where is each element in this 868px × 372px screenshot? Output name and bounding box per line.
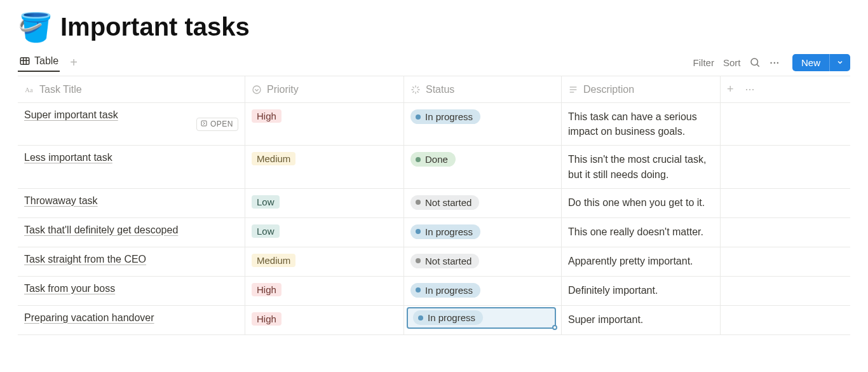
priority-tag: High [252, 109, 281, 123]
svg-line-15 [413, 86, 414, 87]
cell-description[interactable]: This one really doesn't matter. [562, 218, 721, 247]
cell-status[interactable]: Done [404, 146, 562, 188]
new-button[interactable]: New [792, 54, 829, 71]
cell-description[interactable]: Do this one when you get to it. [562, 189, 721, 217]
new-button-dropdown[interactable] [829, 54, 850, 71]
svg-line-11 [417, 91, 418, 92]
cell-description[interactable]: This isn't the most crucial task, but it… [562, 146, 721, 188]
cell-priority[interactable]: High [245, 277, 404, 305]
new-button-group: New [792, 54, 850, 71]
page-header: 🪣 Important tasks [18, 13, 850, 41]
col-header-extra: + ··· [721, 76, 850, 102]
svg-point-7 [253, 86, 261, 93]
cell-priority[interactable]: Medium [245, 146, 404, 188]
table-header-row: Aa Task Title Priority Status [18, 76, 850, 103]
col-header-priority[interactable]: Priority [245, 76, 404, 102]
tab-table-label: Table [34, 55, 58, 67]
cell-title[interactable]: Task straight from the CEO [18, 247, 245, 276]
cell-status[interactable]: Not started [404, 247, 562, 276]
description-text: Definitely important. [568, 283, 658, 298]
search-icon[interactable] [749, 57, 761, 68]
tab-table[interactable]: Table [18, 53, 60, 72]
filter-button[interactable]: Filter [693, 57, 714, 68]
more-icon[interactable]: ··· [770, 57, 780, 68]
open-row-label: OPEN [210, 120, 233, 128]
table-row: Throwaway taskLowNot startedDo this one … [18, 189, 850, 218]
cell-title[interactable]: Super important taskOPEN [18, 103, 245, 145]
cell-status[interactable]: In progress [404, 103, 562, 145]
cell-description[interactable]: This task can have a serious impact on b… [562, 103, 721, 145]
col-header-title-label: Task Title [39, 84, 82, 95]
task-title-link[interactable]: Task straight from the CEO [24, 254, 146, 265]
status-dot-icon [416, 287, 421, 293]
cell-title[interactable]: Less important task [18, 146, 245, 188]
table-row: Task straight from the CEOMediumNot star… [18, 247, 850, 277]
cell-status[interactable]: In progress [404, 306, 562, 334]
svg-line-9 [417, 86, 418, 87]
priority-tag: Medium [252, 254, 295, 267]
open-row-button[interactable]: OPEN [196, 118, 238, 131]
col-header-priority-label: Priority [267, 84, 299, 95]
cell-extra [721, 247, 850, 276]
description-text: This isn't the most crucial task, but it… [568, 152, 714, 181]
status-dot-icon [416, 200, 421, 205]
task-title-link[interactable]: Throwaway task [24, 195, 98, 207]
svg-text:Aa: Aa [25, 86, 33, 93]
cell-extra [721, 189, 850, 217]
status-pill: In progress [410, 109, 480, 124]
task-title-link[interactable]: Preparing vacation handover [24, 312, 154, 324]
status-pill: In progress [410, 224, 480, 239]
cell-resize-handle[interactable] [552, 325, 557, 330]
page-icon[interactable]: 🪣 [18, 13, 53, 41]
cell-priority[interactable]: Low [245, 189, 404, 217]
col-header-description[interactable]: Description [562, 76, 721, 102]
svg-rect-19 [201, 121, 207, 126]
table-row: Preparing vacation handoverHighIn progre… [18, 306, 850, 335]
cell-status[interactable]: Not started [404, 189, 562, 217]
status-type-icon [410, 85, 421, 95]
cell-description[interactable]: Super important. [562, 306, 721, 334]
column-options-button[interactable]: ··· [745, 83, 755, 96]
priority-tag: Low [252, 195, 280, 209]
task-title-link[interactable]: Task from your boss [24, 283, 115, 294]
cell-description[interactable]: Apparently pretty important. [562, 247, 721, 276]
col-header-status[interactable]: Status [404, 76, 562, 102]
cell-title[interactable]: Throwaway task [18, 189, 245, 217]
text-block-icon [568, 85, 578, 95]
text-type-icon: Aa [24, 85, 34, 95]
status-pill: Not started [410, 195, 479, 210]
cell-title[interactable]: Task that'll definitely get descoped [18, 218, 245, 247]
add-view-button[interactable]: + [66, 55, 81, 70]
task-title-link[interactable]: Super important task [24, 109, 118, 121]
task-title-link[interactable]: Task that'll definitely get descoped [24, 224, 178, 236]
status-label: In progress [428, 312, 475, 323]
page-title[interactable]: Important tasks [60, 13, 250, 41]
svg-point-4 [751, 59, 758, 65]
cell-title[interactable]: Task from your boss [18, 277, 245, 305]
cell-status[interactable]: In progress [404, 218, 562, 247]
task-title-link[interactable]: Less important task [24, 152, 112, 163]
col-header-title[interactable]: Aa Task Title [18, 76, 245, 102]
status-label: In progress [425, 285, 473, 296]
table: Aa Task Title Priority Status [18, 76, 850, 335]
view-actions: Filter Sort ··· New [693, 54, 850, 71]
cell-priority[interactable]: High [245, 103, 404, 145]
sort-button[interactable]: Sort [723, 57, 741, 68]
cell-priority[interactable]: High [245, 306, 404, 334]
open-icon [200, 120, 208, 129]
cell-priority[interactable]: Low [245, 218, 404, 247]
status-label: Done [425, 154, 448, 165]
col-header-description-label: Description [583, 84, 634, 95]
cell-title[interactable]: Preparing vacation handover [18, 306, 245, 334]
status-pill: In progress [413, 310, 483, 325]
table-row: Task from your bossHighIn progressDefini… [18, 277, 850, 306]
status-editing-cell[interactable]: In progress [407, 307, 556, 329]
cell-status[interactable]: In progress [404, 277, 562, 305]
cell-priority[interactable]: Medium [245, 247, 404, 276]
priority-tag: Medium [252, 152, 295, 165]
status-label: In progress [425, 111, 473, 122]
add-column-button[interactable]: + [727, 83, 734, 96]
table-row: Super important taskOPENHighIn progressT… [18, 103, 850, 146]
cell-description[interactable]: Definitely important. [562, 277, 721, 305]
status-pill: In progress [410, 283, 480, 298]
